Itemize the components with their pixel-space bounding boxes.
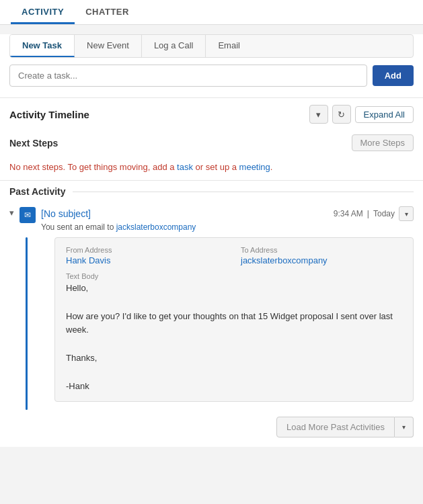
activity-dropdown-icon: ▾ bbox=[405, 210, 408, 218]
to-address-col: To Address jackslaterboxcompany bbox=[241, 246, 402, 265]
next-steps-section: Next Steps More Steps No next steps. To … bbox=[0, 129, 423, 180]
email-detail-card: From Address Hank Davis To Address jacks… bbox=[54, 237, 414, 402]
no-steps-meeting-link[interactable]: meeting bbox=[239, 162, 270, 172]
no-steps-text-end: . bbox=[270, 162, 273, 172]
activity-dropdown-button[interactable]: ▾ bbox=[399, 206, 414, 221]
activity-desc-pre: You sent an email to bbox=[41, 222, 116, 232]
activity-timeline-section: Activity Timeline ▾ ↻ Expand All bbox=[0, 97, 423, 129]
email-body-content: Hello, How are you? I'd like to get your… bbox=[66, 282, 402, 393]
activity-timeline-actions: ▾ ↻ Expand All bbox=[309, 105, 414, 124]
refresh-icon: ↻ bbox=[338, 110, 345, 120]
email-body-line1: Hello, bbox=[66, 282, 402, 296]
task-input-row: Add bbox=[9, 65, 414, 87]
load-more-arrow-icon: ▾ bbox=[402, 423, 406, 431]
activity-timeline-title: Activity Timeline bbox=[9, 109, 89, 120]
email-detail-wrapper: From Address Hank Davis To Address jacks… bbox=[15, 237, 414, 410]
to-address-value[interactable]: jackslaterboxcompany bbox=[241, 255, 402, 265]
activity-top-row: [No subject] 9:34 AM | Today ▾ bbox=[41, 206, 414, 221]
email-body-line3: How are you? I'd like to get your though… bbox=[66, 310, 402, 338]
from-address-col: From Address Hank Davis bbox=[66, 246, 227, 265]
no-steps-task-link[interactable]: task bbox=[177, 162, 193, 172]
email-body-line7: -Hank bbox=[66, 380, 402, 394]
email-body-line5: Thanks, bbox=[66, 351, 402, 366]
next-steps-title-row: Next Steps bbox=[9, 138, 70, 149]
activity-subject[interactable]: [No subject] bbox=[41, 208, 91, 219]
activity-item-email: ▾ ✉ [No subject] 9:34 AM | Today ▾ bbox=[0, 202, 423, 410]
refresh-button[interactable]: ↻ bbox=[332, 105, 351, 124]
activity-date: Today bbox=[373, 209, 395, 218]
subtab-new-task[interactable]: New Task bbox=[10, 35, 75, 57]
to-address-label: To Address bbox=[241, 246, 402, 254]
subtab-log-a-call[interactable]: Log a Call bbox=[142, 35, 206, 57]
past-activity-title: Past Activity bbox=[9, 186, 66, 197]
activity-item-row: ▾ ✉ [No subject] 9:34 AM | Today ▾ bbox=[9, 206, 414, 237]
activity-time: 9:34 AM bbox=[334, 209, 363, 218]
next-steps-header: Next Steps More Steps bbox=[0, 129, 423, 157]
email-detail-left-border bbox=[26, 237, 28, 410]
tab-activity[interactable]: ACTIVITY bbox=[11, 0, 75, 24]
next-steps-label: Next Steps bbox=[9, 138, 58, 149]
task-input[interactable] bbox=[9, 65, 367, 87]
from-address-label: From Address bbox=[66, 246, 227, 254]
no-steps-text-pre: No next steps. To get things moving, add… bbox=[9, 162, 177, 172]
email-type-icon: ✉ bbox=[20, 207, 36, 223]
main-content: New Task New Event Log a Call Email Add … bbox=[0, 34, 423, 447]
past-activity-section: Past Activity bbox=[0, 180, 423, 202]
from-address-value[interactable]: Hank Davis bbox=[66, 255, 227, 265]
load-more-dropdown-button[interactable]: ▾ bbox=[395, 417, 414, 437]
load-more-row: Load More Past Activities ▾ bbox=[0, 410, 423, 447]
load-more-button[interactable]: Load More Past Activities bbox=[276, 417, 395, 437]
email-addresses-row: From Address Hank Davis To Address jacks… bbox=[66, 246, 402, 265]
email-envelope-icon: ✉ bbox=[24, 210, 31, 220]
no-steps-text-mid: or set up a bbox=[193, 162, 239, 172]
filter-button[interactable]: ▾ bbox=[309, 105, 328, 124]
past-activity-divider bbox=[73, 192, 414, 192]
sub-tabs-bar: New Task New Event Log a Call Email bbox=[9, 34, 414, 58]
top-tabs-bar: ACTIVITY CHATTER bbox=[0, 0, 423, 25]
tab-chatter[interactable]: CHATTER bbox=[75, 0, 140, 24]
filter-icon: ▾ bbox=[316, 110, 321, 120]
subtab-email[interactable]: Email bbox=[206, 35, 252, 57]
activity-separator: | bbox=[367, 209, 369, 218]
activity-chevron-icon[interactable]: ▾ bbox=[9, 206, 14, 218]
no-steps-message: No next steps. To get things moving, add… bbox=[0, 157, 423, 180]
expand-all-button[interactable]: Expand All bbox=[355, 106, 414, 123]
activity-details: [No subject] 9:34 AM | Today ▾ You sent … bbox=[41, 206, 414, 237]
activity-meta: 9:34 AM | Today ▾ bbox=[334, 206, 414, 221]
more-steps-button[interactable]: More Steps bbox=[352, 134, 414, 151]
add-button[interactable]: Add bbox=[373, 65, 414, 86]
email-body-label: Text Body bbox=[66, 272, 402, 280]
activity-description: You sent an email to jackslaterboxcompan… bbox=[41, 222, 414, 232]
activity-desc-link[interactable]: jackslaterboxcompany bbox=[116, 222, 196, 232]
subtab-new-event[interactable]: New Event bbox=[75, 35, 142, 57]
